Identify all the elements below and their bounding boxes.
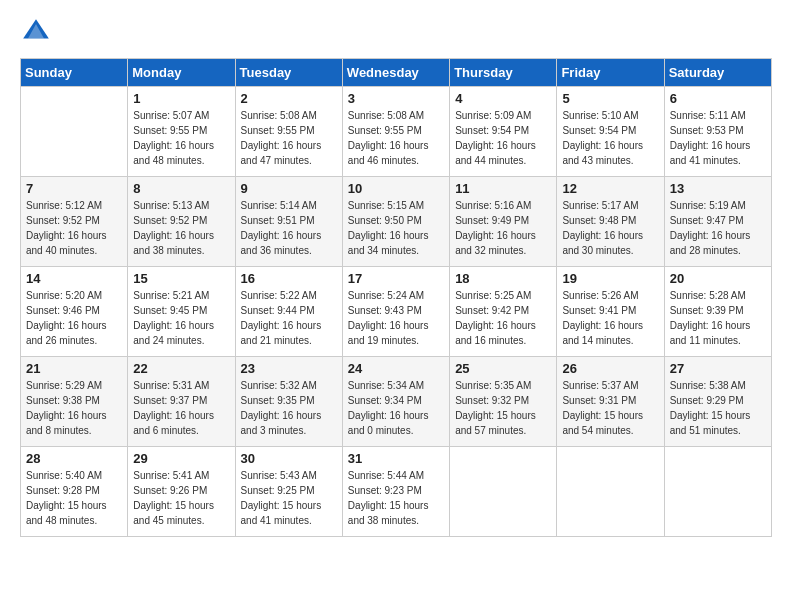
day-info: Sunrise: 5:15 AMSunset: 9:50 PMDaylight:… (348, 198, 444, 258)
day-cell: 20Sunrise: 5:28 AMSunset: 9:39 PMDayligh… (664, 267, 771, 357)
day-info: Sunrise: 5:31 AMSunset: 9:37 PMDaylight:… (133, 378, 229, 438)
day-info: Sunrise: 5:08 AMSunset: 9:55 PMDaylight:… (241, 108, 337, 168)
day-cell: 4Sunrise: 5:09 AMSunset: 9:54 PMDaylight… (450, 87, 557, 177)
day-cell: 30Sunrise: 5:43 AMSunset: 9:25 PMDayligh… (235, 447, 342, 537)
day-number: 10 (348, 181, 444, 196)
day-info: Sunrise: 5:35 AMSunset: 9:32 PMDaylight:… (455, 378, 551, 438)
day-cell: 21Sunrise: 5:29 AMSunset: 9:38 PMDayligh… (21, 357, 128, 447)
day-number: 25 (455, 361, 551, 376)
day-number: 27 (670, 361, 766, 376)
day-info: Sunrise: 5:29 AMSunset: 9:38 PMDaylight:… (26, 378, 122, 438)
day-number: 31 (348, 451, 444, 466)
day-number: 26 (562, 361, 658, 376)
day-number: 3 (348, 91, 444, 106)
header (20, 16, 772, 48)
day-info: Sunrise: 5:37 AMSunset: 9:31 PMDaylight:… (562, 378, 658, 438)
logo-icon (20, 16, 52, 48)
day-number: 29 (133, 451, 229, 466)
day-cell (664, 447, 771, 537)
day-cell: 10Sunrise: 5:15 AMSunset: 9:50 PMDayligh… (342, 177, 449, 267)
day-number: 23 (241, 361, 337, 376)
day-cell (450, 447, 557, 537)
day-cell (557, 447, 664, 537)
week-row-2: 7Sunrise: 5:12 AMSunset: 9:52 PMDaylight… (21, 177, 772, 267)
day-number: 19 (562, 271, 658, 286)
day-number: 4 (455, 91, 551, 106)
day-cell: 5Sunrise: 5:10 AMSunset: 9:54 PMDaylight… (557, 87, 664, 177)
header-tuesday: Tuesday (235, 59, 342, 87)
week-row-4: 21Sunrise: 5:29 AMSunset: 9:38 PMDayligh… (21, 357, 772, 447)
day-number: 1 (133, 91, 229, 106)
day-number: 24 (348, 361, 444, 376)
day-cell: 23Sunrise: 5:32 AMSunset: 9:35 PMDayligh… (235, 357, 342, 447)
day-cell: 13Sunrise: 5:19 AMSunset: 9:47 PMDayligh… (664, 177, 771, 267)
day-info: Sunrise: 5:16 AMSunset: 9:49 PMDaylight:… (455, 198, 551, 258)
day-info: Sunrise: 5:28 AMSunset: 9:39 PMDaylight:… (670, 288, 766, 348)
day-cell: 12Sunrise: 5:17 AMSunset: 9:48 PMDayligh… (557, 177, 664, 267)
day-number: 12 (562, 181, 658, 196)
header-sunday: Sunday (21, 59, 128, 87)
day-number: 9 (241, 181, 337, 196)
day-number: 18 (455, 271, 551, 286)
day-info: Sunrise: 5:24 AMSunset: 9:43 PMDaylight:… (348, 288, 444, 348)
day-info: Sunrise: 5:25 AMSunset: 9:42 PMDaylight:… (455, 288, 551, 348)
day-cell: 9Sunrise: 5:14 AMSunset: 9:51 PMDaylight… (235, 177, 342, 267)
header-row: SundayMondayTuesdayWednesdayThursdayFrid… (21, 59, 772, 87)
day-cell: 29Sunrise: 5:41 AMSunset: 9:26 PMDayligh… (128, 447, 235, 537)
day-number: 20 (670, 271, 766, 286)
day-cell: 31Sunrise: 5:44 AMSunset: 9:23 PMDayligh… (342, 447, 449, 537)
day-info: Sunrise: 5:09 AMSunset: 9:54 PMDaylight:… (455, 108, 551, 168)
day-number: 13 (670, 181, 766, 196)
week-row-5: 28Sunrise: 5:40 AMSunset: 9:28 PMDayligh… (21, 447, 772, 537)
day-cell: 17Sunrise: 5:24 AMSunset: 9:43 PMDayligh… (342, 267, 449, 357)
day-cell: 19Sunrise: 5:26 AMSunset: 9:41 PMDayligh… (557, 267, 664, 357)
day-info: Sunrise: 5:11 AMSunset: 9:53 PMDaylight:… (670, 108, 766, 168)
day-cell: 18Sunrise: 5:25 AMSunset: 9:42 PMDayligh… (450, 267, 557, 357)
day-info: Sunrise: 5:34 AMSunset: 9:34 PMDaylight:… (348, 378, 444, 438)
page: SundayMondayTuesdayWednesdayThursdayFrid… (0, 0, 792, 612)
day-cell: 6Sunrise: 5:11 AMSunset: 9:53 PMDaylight… (664, 87, 771, 177)
day-cell: 1Sunrise: 5:07 AMSunset: 9:55 PMDaylight… (128, 87, 235, 177)
day-info: Sunrise: 5:40 AMSunset: 9:28 PMDaylight:… (26, 468, 122, 528)
header-thursday: Thursday (450, 59, 557, 87)
header-friday: Friday (557, 59, 664, 87)
day-info: Sunrise: 5:10 AMSunset: 9:54 PMDaylight:… (562, 108, 658, 168)
day-number: 22 (133, 361, 229, 376)
day-number: 30 (241, 451, 337, 466)
day-info: Sunrise: 5:38 AMSunset: 9:29 PMDaylight:… (670, 378, 766, 438)
header-saturday: Saturday (664, 59, 771, 87)
day-cell: 14Sunrise: 5:20 AMSunset: 9:46 PMDayligh… (21, 267, 128, 357)
day-cell: 3Sunrise: 5:08 AMSunset: 9:55 PMDaylight… (342, 87, 449, 177)
day-cell: 28Sunrise: 5:40 AMSunset: 9:28 PMDayligh… (21, 447, 128, 537)
day-info: Sunrise: 5:19 AMSunset: 9:47 PMDaylight:… (670, 198, 766, 258)
day-cell: 27Sunrise: 5:38 AMSunset: 9:29 PMDayligh… (664, 357, 771, 447)
header-monday: Monday (128, 59, 235, 87)
day-cell: 8Sunrise: 5:13 AMSunset: 9:52 PMDaylight… (128, 177, 235, 267)
day-number: 15 (133, 271, 229, 286)
day-number: 7 (26, 181, 122, 196)
day-number: 5 (562, 91, 658, 106)
day-number: 17 (348, 271, 444, 286)
day-info: Sunrise: 5:17 AMSunset: 9:48 PMDaylight:… (562, 198, 658, 258)
day-cell: 22Sunrise: 5:31 AMSunset: 9:37 PMDayligh… (128, 357, 235, 447)
day-number: 2 (241, 91, 337, 106)
day-number: 11 (455, 181, 551, 196)
day-info: Sunrise: 5:08 AMSunset: 9:55 PMDaylight:… (348, 108, 444, 168)
day-cell: 15Sunrise: 5:21 AMSunset: 9:45 PMDayligh… (128, 267, 235, 357)
day-info: Sunrise: 5:12 AMSunset: 9:52 PMDaylight:… (26, 198, 122, 258)
day-number: 28 (26, 451, 122, 466)
logo (20, 16, 56, 48)
day-info: Sunrise: 5:20 AMSunset: 9:46 PMDaylight:… (26, 288, 122, 348)
day-cell (21, 87, 128, 177)
day-info: Sunrise: 5:43 AMSunset: 9:25 PMDaylight:… (241, 468, 337, 528)
day-number: 6 (670, 91, 766, 106)
header-wednesday: Wednesday (342, 59, 449, 87)
day-cell: 16Sunrise: 5:22 AMSunset: 9:44 PMDayligh… (235, 267, 342, 357)
day-info: Sunrise: 5:22 AMSunset: 9:44 PMDaylight:… (241, 288, 337, 348)
day-number: 14 (26, 271, 122, 286)
day-info: Sunrise: 5:26 AMSunset: 9:41 PMDaylight:… (562, 288, 658, 348)
week-row-1: 1Sunrise: 5:07 AMSunset: 9:55 PMDaylight… (21, 87, 772, 177)
day-info: Sunrise: 5:07 AMSunset: 9:55 PMDaylight:… (133, 108, 229, 168)
day-cell: 24Sunrise: 5:34 AMSunset: 9:34 PMDayligh… (342, 357, 449, 447)
day-cell: 25Sunrise: 5:35 AMSunset: 9:32 PMDayligh… (450, 357, 557, 447)
